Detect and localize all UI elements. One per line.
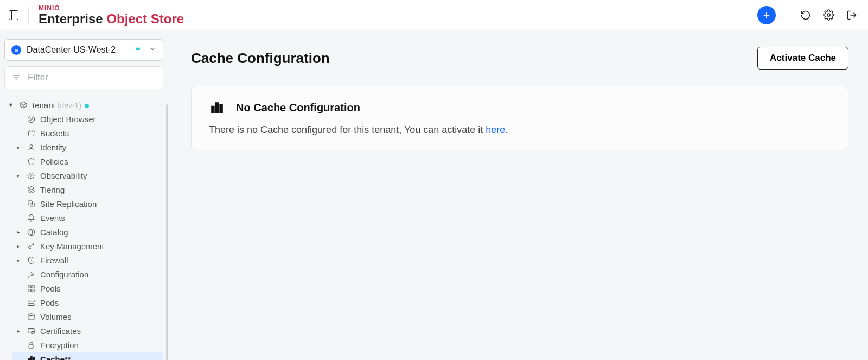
- page-title: Cache Configuration: [191, 50, 757, 67]
- box-icon: [18, 100, 28, 109]
- eye-icon: [26, 172, 36, 180]
- scrollbar[interactable]: [166, 104, 168, 360]
- copy-icon: [26, 200, 36, 208]
- sidebar-item-label: tenant: [33, 100, 55, 110]
- sidebar-item-label: Key Management: [40, 242, 160, 251]
- globe-icon: [26, 228, 36, 236]
- logo-word-primary: Enterprise: [39, 11, 106, 26]
- main-content: Cache Configuration Activate Cache No Ca…: [171, 30, 868, 360]
- sidebar-item-encryption[interactable]: ▸Encryption: [12, 338, 163, 352]
- svg-rect-30: [30, 356, 32, 360]
- divider: [28, 7, 29, 24]
- sidebar-item-label: Catalog: [40, 228, 160, 237]
- datacenter-name: DataCenter US-West-2: [27, 45, 129, 55]
- svg-rect-19: [28, 285, 30, 287]
- sidebar-item-tenant[interactable]: ▼ tenant(dev-1): [4, 98, 163, 112]
- chevron-down-icon: [149, 45, 156, 55]
- sidebar-item-label: Pods: [40, 298, 160, 307]
- bars-icon: [209, 100, 225, 115]
- svg-rect-21: [28, 289, 30, 291]
- sidebar-item-label: Certificates: [40, 326, 160, 336]
- server-icon: [26, 299, 36, 307]
- datacenter-selector[interactable]: ⎈ DataCenter US-West-2: [4, 39, 163, 61]
- sidebar-item-cache[interactable]: ▸Cache**: [12, 352, 163, 360]
- create-button[interactable]: [757, 6, 776, 24]
- refresh-button[interactable]: [800, 10, 811, 21]
- logo-small: MINIO: [39, 5, 184, 11]
- disk-icon: [26, 313, 36, 321]
- svg-point-25: [28, 313, 34, 315]
- sidebar-item-events[interactable]: ▸Events: [12, 211, 163, 225]
- empty-state-text: There is no Cache configured for this te…: [209, 124, 486, 135]
- compass-icon: [26, 115, 36, 123]
- svg-rect-32: [211, 106, 215, 113]
- sidebar-item-label: Pools: [40, 284, 160, 293]
- sidebar-nav: ▼ tenant(dev-1) ▸Object Browser ▸Buckets…: [4, 98, 163, 360]
- layers-icon: [26, 186, 36, 194]
- sidebar-item-firewall[interactable]: ▸Firewall: [12, 253, 163, 267]
- sidebar-item-label: Firewall: [40, 256, 160, 265]
- svg-marker-9: [30, 118, 33, 121]
- svg-point-13: [30, 174, 32, 176]
- key-icon: [26, 242, 36, 250]
- logo-main: Enterprise Object Store: [39, 12, 184, 26]
- sidebar: ⎈ DataCenter US-West-2 ▼ tenant(dev-1): [0, 30, 171, 360]
- svg-rect-34: [219, 104, 223, 113]
- sidebar-item-volumes[interactable]: ▸Volumes: [12, 310, 163, 324]
- sidebar-item-label: Cache**: [40, 355, 160, 361]
- sidebar-item-site-replication[interactable]: ▸Site Replication: [12, 197, 163, 211]
- sidebar-item-object-browser[interactable]: ▸Object Browser: [12, 112, 163, 126]
- flag-icon: [135, 46, 143, 54]
- svg-rect-24: [28, 303, 34, 305]
- sidebar-item-tiering[interactable]: ▸Tiering: [12, 182, 163, 197]
- empty-state-body: There is no Cache configured for this te…: [209, 124, 831, 136]
- svg-point-8: [28, 116, 35, 123]
- sidebar-item-label: Site Replication: [40, 199, 160, 209]
- sidebar-item-label: Policies: [40, 157, 160, 166]
- svg-rect-31: [33, 357, 34, 360]
- svg-rect-23: [28, 300, 34, 302]
- svg-rect-33: [215, 102, 219, 113]
- sidebar-item-label: Buckets: [40, 129, 160, 138]
- svg-point-18: [28, 245, 31, 248]
- svg-rect-28: [29, 344, 34, 348]
- sidebar-item-pods[interactable]: ▸Pods: [12, 295, 163, 310]
- logout-button[interactable]: [846, 10, 857, 21]
- sidebar-item-catalog[interactable]: ▸Catalog: [12, 225, 163, 239]
- sidebar-item-buckets[interactable]: ▸Buckets: [12, 126, 163, 140]
- sidebar-item-certificates[interactable]: ▸Certificates: [12, 324, 163, 338]
- grid-icon: [26, 285, 36, 293]
- bell-icon: [26, 214, 36, 222]
- sidebar-item-configuration[interactable]: ▸Configuration: [12, 267, 163, 281]
- svg-point-2: [827, 14, 830, 16]
- svg-point-12: [30, 144, 33, 147]
- svg-rect-22: [31, 289, 34, 291]
- empty-state-title: No Cache Configuration: [236, 102, 360, 114]
- filter-input-wrap[interactable]: [4, 66, 163, 89]
- sidebar-item-identity[interactable]: ▸Identity: [12, 140, 163, 154]
- sidebar-item-pools[interactable]: ▸Pools: [12, 281, 163, 295]
- certificate-icon: [26, 327, 36, 335]
- sidebar-item-label: Object Browser: [40, 115, 160, 124]
- bars-icon: [26, 355, 36, 361]
- status-dot: [85, 104, 89, 108]
- filter-input[interactable]: [28, 72, 156, 83]
- sidebar-item-label: Identity: [40, 143, 160, 152]
- filter-icon: [11, 73, 21, 82]
- sidebar-item-observability[interactable]: ▸Observability: [12, 168, 163, 182]
- lock-icon: [26, 341, 36, 349]
- activate-here-link[interactable]: here.: [486, 124, 508, 135]
- tenant-suffix: (dev-1): [58, 101, 81, 110]
- kubernetes-icon: ⎈: [11, 45, 21, 55]
- top-bar: MINIO Enterprise Object Store: [0, 0, 868, 30]
- sidebar-toggle-button[interactable]: [9, 10, 18, 20]
- wrench-icon: [26, 270, 36, 279]
- bucket-icon: [26, 129, 36, 137]
- logo: MINIO Enterprise Object Store: [39, 5, 184, 26]
- settings-button[interactable]: [823, 9, 834, 21]
- empty-state-card: No Cache Configuration There is no Cache…: [191, 86, 848, 150]
- activate-cache-button[interactable]: Activate Cache: [757, 47, 848, 70]
- sidebar-item-policies[interactable]: ▸Policies: [12, 154, 163, 168]
- sidebar-item-key-management[interactable]: ▸Key Management: [12, 239, 163, 253]
- sidebar-item-label: Events: [40, 213, 160, 223]
